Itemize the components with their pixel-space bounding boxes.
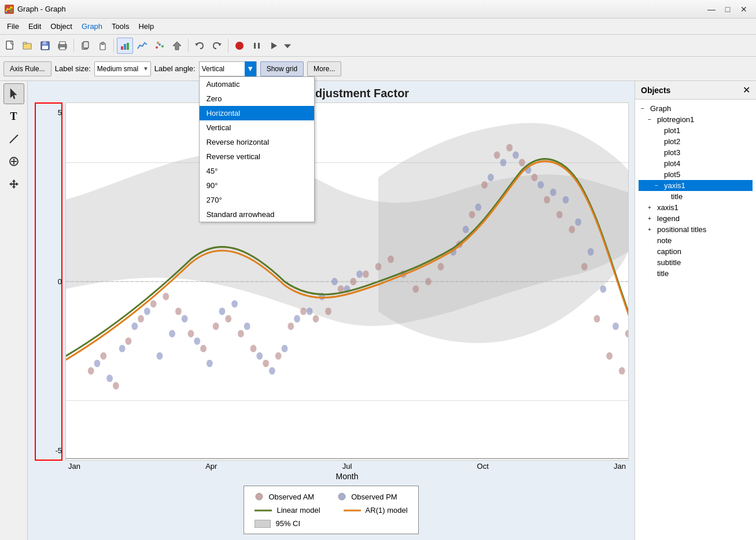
minimize-button[interactable]: — <box>704 2 719 16</box>
svg-marker-25 <box>218 43 222 46</box>
chart-line-button[interactable] <box>134 38 150 54</box>
tree-item-legend[interactable]: + legend <box>639 213 753 224</box>
svg-point-53 <box>238 330 244 337</box>
move-tool-button[interactable] <box>3 174 24 194</box>
objects-panel-close[interactable]: ✕ <box>743 85 750 95</box>
scatter-button[interactable] <box>152 38 168 54</box>
svg-point-79 <box>206 359 213 367</box>
dropdown-item-zero[interactable]: Zero <box>200 91 314 106</box>
pause-button[interactable] <box>249 38 265 54</box>
more-options-button[interactable]: More... <box>307 61 341 76</box>
legend-container: Observed AM Observed PM Linear mode <box>34 486 629 534</box>
tree-item-subtitle[interactable]: subtitle <box>639 257 753 268</box>
menu-edit[interactable]: Edit <box>24 20 46 32</box>
label-angle-input[interactable]: Vertical ▼ <box>199 61 257 76</box>
show-grid-button[interactable]: Show grid <box>260 61 304 76</box>
play-button[interactable] <box>266 38 282 54</box>
tree-item-title[interactable]: title <box>639 268 753 279</box>
menu-help[interactable]: Help <box>134 20 158 32</box>
dropdown-item-vertical[interactable]: Vertical <box>200 120 314 135</box>
tree-label-plot4: plot4 <box>664 159 680 168</box>
tree-item-plot1[interactable]: plot1 <box>639 125 753 136</box>
dropdown-item-automatic[interactable]: Automatic <box>200 77 314 91</box>
window-title: Graph - Graph <box>17 5 66 13</box>
tree-expander-graph: − <box>641 105 648 112</box>
tree-item-xaxis1[interactable]: + xaxis1 <box>639 202 753 213</box>
title-bar-left: Graph - Graph <box>5 5 66 14</box>
svg-rect-2 <box>10 8 12 13</box>
close-button[interactable]: ✕ <box>736 2 751 16</box>
tree-item-note[interactable]: note <box>639 235 753 246</box>
arrow-tool-button[interactable] <box>169 38 185 54</box>
tree-item-positional-titles[interactable]: + positional titles <box>639 224 753 235</box>
redo-button[interactable] <box>209 38 225 54</box>
legend-row-3: 95% CI <box>255 519 407 528</box>
more-button[interactable] <box>283 38 292 54</box>
svg-point-100 <box>550 189 556 196</box>
undo-button[interactable] <box>191 38 208 54</box>
svg-point-77 <box>182 315 188 322</box>
x-label-apr: Apr <box>205 462 217 471</box>
label-size-select[interactable]: Medium smal Small Medium Large <box>94 61 151 76</box>
svg-point-95 <box>488 174 494 181</box>
objects-tree: − Graph − plotregion1 plot1 plot2 plot3 <box>635 100 756 540</box>
tree-label-plot1: plot1 <box>664 126 680 135</box>
chart-title: Seasonal Adjustment Factor <box>34 87 629 100</box>
line-tool-button[interactable] <box>3 128 24 149</box>
tree-label-plot5: plot5 <box>664 170 680 179</box>
circle-add-tool-button[interactable] <box>3 151 24 172</box>
menu-tools[interactable]: Tools <box>107 20 134 32</box>
tree-item-yaxis1-title[interactable]: title <box>639 191 753 202</box>
svg-rect-1 <box>8 10 10 13</box>
dropdown-item-90[interactable]: 90° <box>200 178 314 193</box>
dropdown-item-standard-arrowhead[interactable]: Standard arrowhead <box>200 207 314 222</box>
tree-item-yaxis1[interactable]: − yaxis1 <box>639 180 753 191</box>
svg-point-104 <box>600 285 606 293</box>
svg-point-96 <box>500 159 507 166</box>
legend-box: Observed AM Observed PM Linear mode <box>244 486 418 534</box>
tree-item-caption[interactable]: caption <box>639 246 753 257</box>
menu-object[interactable]: Object <box>46 20 77 32</box>
text-tool-button[interactable]: T <box>3 106 24 127</box>
dropdown-item-reverse-horizontal[interactable]: Reverse horizontal <box>200 135 314 149</box>
svg-rect-18 <box>127 43 129 50</box>
tree-item-plot5[interactable]: plot5 <box>639 169 753 180</box>
svg-marker-30 <box>284 44 291 48</box>
new-button[interactable] <box>2 38 19 54</box>
dropdown-item-horizontal[interactable]: Horizontal <box>200 106 314 120</box>
svg-point-111 <box>519 159 525 166</box>
copy-button[interactable] <box>77 38 93 54</box>
plot-area[interactable] <box>65 102 629 461</box>
svg-point-41 <box>88 367 94 374</box>
svg-marker-31 <box>10 89 17 99</box>
chart-bar-button[interactable] <box>117 38 133 54</box>
svg-point-26 <box>235 42 244 50</box>
dropdown-item-45[interactable]: 45° <box>200 164 314 178</box>
paste-button[interactable] <box>94 38 110 54</box>
tree-expander-plotregion1: − <box>648 116 655 123</box>
svg-rect-11 <box>60 47 65 50</box>
tree-item-graph[interactable]: − Graph <box>639 103 753 114</box>
y-axis-top: 5 <box>58 108 65 117</box>
print-button[interactable] <box>54 38 71 54</box>
maximize-button[interactable]: □ <box>720 2 735 16</box>
dropdown-item-reverse-vertical[interactable]: Reverse vertical <box>200 149 314 164</box>
save-button[interactable] <box>37 38 53 54</box>
menu-graph[interactable]: Graph <box>77 20 107 32</box>
svg-point-115 <box>569 226 575 233</box>
tree-item-plot4[interactable]: plot4 <box>639 158 753 169</box>
open-button[interactable] <box>20 38 36 54</box>
record-button[interactable] <box>231 38 248 54</box>
x-label-jan1: Jan <box>68 462 80 471</box>
svg-point-74 <box>144 307 150 315</box>
dropdown-item-270[interactable]: 270° <box>200 193 314 207</box>
menu-file[interactable]: File <box>2 20 24 32</box>
tree-item-plotregion1[interactable]: − plotregion1 <box>639 114 753 125</box>
axis-rule-button[interactable]: Axis Rule... <box>3 61 51 76</box>
tree-item-plot2[interactable]: plot2 <box>639 136 753 147</box>
svg-point-85 <box>282 345 288 352</box>
select-tool-button[interactable] <box>3 83 24 104</box>
tree-item-plot3[interactable]: plot3 <box>639 147 753 158</box>
svg-point-19 <box>156 46 158 49</box>
svg-point-91 <box>356 270 363 278</box>
